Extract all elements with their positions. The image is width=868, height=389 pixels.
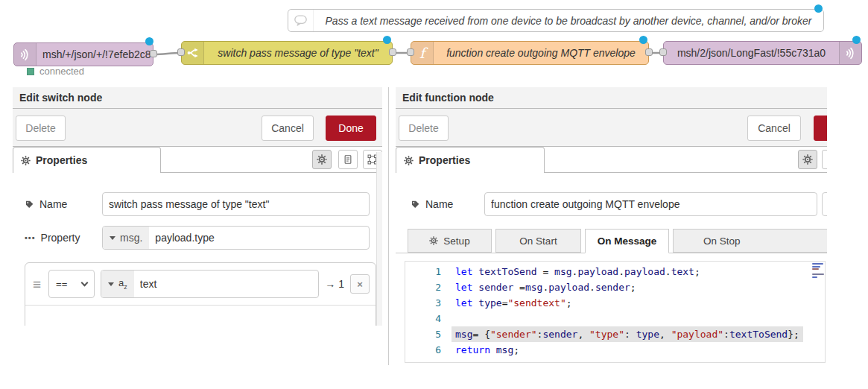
chevron-down-icon <box>108 282 114 286</box>
function-node-label: function create outgoing MQTT envelope <box>434 47 648 59</box>
chevron-down-icon <box>81 279 89 286</box>
status-connected-icon <box>27 68 34 75</box>
output-port[interactable] <box>389 48 396 56</box>
switch-node-label: switch pass message of type "text" <box>204 47 392 59</box>
rules-container: ≡ == az → 1 × <box>25 262 376 326</box>
switch-node[interactable]: switch pass message of type "text" <box>181 41 393 65</box>
description-view-button[interactable] <box>338 150 358 169</box>
panel-title: Edit switch node <box>13 87 382 109</box>
ellipsis-icon: ••• <box>25 233 36 242</box>
panel-title: Edit function node <box>396 87 827 109</box>
input-port[interactable] <box>177 48 185 56</box>
name-input[interactable] <box>102 192 370 216</box>
rule-row: ≡ == az → 1 × <box>25 263 376 298</box>
name-row: Name <box>411 192 827 216</box>
gear-icon <box>429 236 438 245</box>
radio-waves-icon <box>14 43 37 66</box>
code-line[interactable]: 4 <box>405 311 825 326</box>
tab-properties[interactable]: Properties <box>396 147 545 173</box>
panel-tabs: Properties <box>396 147 827 173</box>
tag-icon <box>25 200 34 209</box>
properties-view-button[interactable] <box>798 150 817 169</box>
name-input[interactable] <box>484 192 817 216</box>
panel-tabs: Properties <box>13 147 382 173</box>
output-port[interactable] <box>645 48 653 56</box>
panel-button-bar: Delete Cancel Done <box>13 109 382 147</box>
name-label-group: Name <box>25 198 102 210</box>
rule-value-input[interactable] <box>134 271 318 297</box>
function-node[interactable]: f function create outgoing MQTT envelope <box>411 41 649 65</box>
tab-on-stop[interactable]: On Stop <box>673 229 827 253</box>
property-label: Property <box>41 232 80 244</box>
property-row: ••• Property msg. <box>25 226 370 250</box>
rule-output-mapping: → 1 <box>325 278 344 290</box>
name-row: Name <box>25 192 370 216</box>
mqtt-out-node[interactable]: msh/2/json/LongFast/!55c731a0 <box>663 41 862 65</box>
changed-indicator <box>383 36 391 44</box>
code-line[interactable]: 1let textToSend = msg.payload.payload.te… <box>405 264 825 279</box>
status-text: connected <box>39 66 84 77</box>
node-red-editor: Pass a text message received from one de… <box>0 0 868 389</box>
mqtt-in-node[interactable]: msh/+/json/+/!7efeb2c8 <box>13 42 153 66</box>
chevron-down-icon <box>110 236 115 240</box>
comment-node[interactable]: Pass a text message received from one de… <box>288 9 824 32</box>
panel-divider <box>388 87 389 365</box>
panel-button-bar: Delete Cancel Done <box>396 109 827 147</box>
changed-indicator <box>145 37 153 45</box>
tab-properties[interactable]: Properties <box>13 147 161 173</box>
rule-separator <box>25 305 376 306</box>
tab-on-start[interactable]: On Start <box>495 229 581 253</box>
cancel-button[interactable]: Cancel <box>747 116 801 141</box>
changed-indicator <box>814 4 823 13</box>
code-line[interactable]: 6return msg; <box>405 342 825 358</box>
tab-setup[interactable]: Setup <box>408 229 492 253</box>
code-line[interactable]: 3let type="sendtext"; <box>405 295 825 311</box>
rule-value-typed-input: az <box>101 270 319 298</box>
property-type-select[interactable]: msg. <box>103 227 149 249</box>
drag-handle-icon[interactable]: ≡ <box>31 277 42 291</box>
mqtt-in-node-label: msh/+/json/+/!7efeb2c8 <box>37 48 153 60</box>
code-editor[interactable]: 1let textToSend = msg.payload.payload.te… <box>405 261 826 363</box>
delete-button[interactable]: Delete <box>399 116 449 141</box>
tray-scrollbar[interactable] <box>376 152 382 326</box>
switch-fork-icon <box>182 42 204 64</box>
comment-icon <box>288 10 314 31</box>
properties-view-button[interactable] <box>312 150 332 169</box>
cut-off-button[interactable] <box>822 192 827 216</box>
code-line[interactable]: 5msg= {"sender":sender, "type": type, "p… <box>405 326 825 342</box>
edit-switch-node-panel: Edit switch node Delete Cancel Done Prop… <box>13 87 382 326</box>
comment-node-label: Pass a text message received from one de… <box>314 15 823 27</box>
input-port[interactable] <box>659 48 667 56</box>
property-typed-input: msg. <box>102 226 370 250</box>
remove-rule-button[interactable]: × <box>350 274 370 294</box>
description-view-button[interactable] <box>822 150 827 169</box>
tab-on-message[interactable]: On Message <box>585 229 669 253</box>
rule-type-select[interactable]: az <box>101 271 134 297</box>
code-line[interactable]: 2let sender =msg.payload.sender; <box>405 279 825 295</box>
name-label: Name <box>39 198 67 210</box>
property-label-group: ••• Property <box>25 232 102 244</box>
string-type-icon: az <box>118 278 127 291</box>
done-button[interactable]: Done <box>326 116 376 141</box>
function-code-tabs: Setup On Start On Message On Stop <box>396 229 827 253</box>
name-label: Name <box>425 198 453 210</box>
mqtt-out-node-label: msh/2/json/LongFast/!55c731a0 <box>664 47 839 59</box>
operator-select[interactable]: == <box>48 270 95 298</box>
changed-indicator <box>852 36 861 44</box>
edit-function-node-panel: Edit function node Delete Cancel Done Pr… <box>396 87 827 365</box>
tag-icon <box>411 200 420 209</box>
output-port[interactable] <box>150 50 157 57</box>
delete-button[interactable]: Delete <box>16 116 66 141</box>
input-port[interactable] <box>407 48 414 56</box>
function-f-icon: f <box>411 42 434 64</box>
name-label-group: Name <box>411 198 484 210</box>
node-status: connected <box>27 66 84 77</box>
radio-waves-icon <box>839 42 861 64</box>
changed-indicator <box>639 36 647 44</box>
code-minimap[interactable] <box>812 263 824 278</box>
cancel-button[interactable]: Cancel <box>262 116 314 141</box>
done-button[interactable]: Done <box>814 116 827 141</box>
code-editor-lines: 1let textToSend = msg.payload.payload.te… <box>405 262 825 358</box>
property-input[interactable] <box>149 227 369 249</box>
